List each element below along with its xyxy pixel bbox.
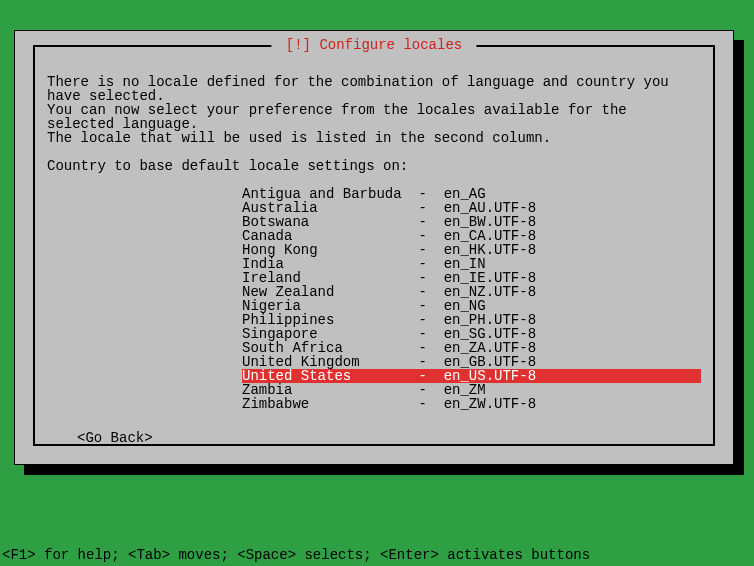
locale-row[interactable]: India - en_IN bbox=[242, 257, 701, 271]
locale-row[interactable]: New Zealand - en_NZ.UTF-8 bbox=[242, 285, 701, 299]
dialog-body-text: There is no locale defined for the combi… bbox=[47, 75, 701, 145]
dialog-prompt: Country to base default locale settings … bbox=[47, 159, 701, 173]
locale-row[interactable]: Philippines - en_PH.UTF-8 bbox=[242, 313, 701, 327]
locale-row[interactable]: Ireland - en_IE.UTF-8 bbox=[242, 271, 701, 285]
go-back-button[interactable]: <Go Back> bbox=[77, 431, 701, 445]
locale-row[interactable]: Australia - en_AU.UTF-8 bbox=[242, 201, 701, 215]
configure-locales-dialog: [!] Configure locales There is no locale… bbox=[14, 30, 734, 465]
dialog-title: [!] Configure locales bbox=[271, 38, 476, 52]
locale-row[interactable]: Antigua and Barbuda - en_AG bbox=[242, 187, 701, 201]
locale-row[interactable]: Zimbabwe - en_ZW.UTF-8 bbox=[242, 397, 701, 411]
locale-row[interactable]: United Kingdom - en_GB.UTF-8 bbox=[242, 355, 701, 369]
locale-row[interactable]: Botswana - en_BW.UTF-8 bbox=[242, 215, 701, 229]
locale-row[interactable]: Hong Kong - en_HK.UTF-8 bbox=[242, 243, 701, 257]
locale-list[interactable]: Antigua and Barbuda - en_AG Australia - … bbox=[242, 187, 701, 411]
locale-row[interactable]: Canada - en_CA.UTF-8 bbox=[242, 229, 701, 243]
locale-row[interactable]: United States - en_US.UTF-8 bbox=[242, 369, 701, 383]
locale-row[interactable]: South Africa - en_ZA.UTF-8 bbox=[242, 341, 701, 355]
dialog-frame: [!] Configure locales There is no locale… bbox=[33, 45, 715, 446]
status-bar: <F1> for help; <Tab> moves; <Space> sele… bbox=[0, 548, 754, 562]
locale-row[interactable]: Nigeria - en_NG bbox=[242, 299, 701, 313]
locale-row[interactable]: Zambia - en_ZM bbox=[242, 383, 701, 397]
locale-row[interactable]: Singapore - en_SG.UTF-8 bbox=[242, 327, 701, 341]
